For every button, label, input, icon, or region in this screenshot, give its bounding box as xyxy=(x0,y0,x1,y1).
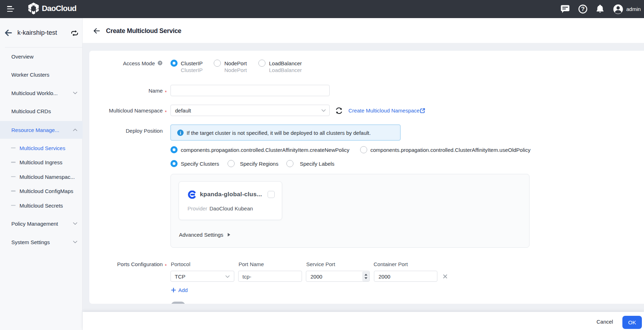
svg-text:?: ? xyxy=(159,61,161,65)
svg-text:i: i xyxy=(180,130,181,135)
svg-text:?: ? xyxy=(581,6,584,12)
